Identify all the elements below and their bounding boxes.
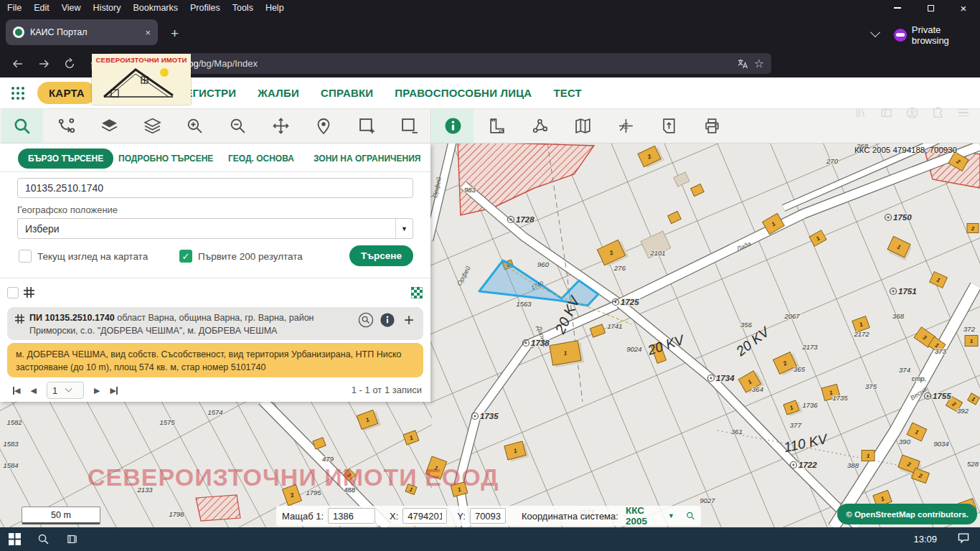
extensions-icon[interactable] [928,103,947,122]
parcel-number: 1584 [3,461,18,469]
tool-route[interactable] [49,109,83,143]
minimize-button[interactable] [881,0,914,16]
tool-info[interactable] [432,109,473,143]
pager-first-button[interactable]: ◀ [13,386,20,395]
taskbar-search-icon[interactable] [29,527,57,551]
tab-detailed-search[interactable]: ПОДРОБНО ТЪРСЕНЕ [118,154,213,164]
parcel-number: 2172 [853,330,870,338]
menu-profiles[interactable]: Profiles [190,3,220,13]
toolbar-divider [430,109,431,143]
tool-zoom-out[interactable] [220,109,255,143]
tool-map-sheets[interactable] [565,109,600,143]
nav-item-licensed-persons[interactable]: ПРАВОСПОСОБНИ ЛИЦА [395,87,532,99]
nav-item-test[interactable]: ТЕСТ [553,87,582,99]
browser-tab[interactable]: КАИС Портал × [6,19,158,45]
url-bar[interactable]: kais.cadastre.bg/bg/Map/Index ☆ [108,53,771,74]
notification-icon[interactable] [957,532,970,547]
zoom-to-results-icon[interactable] [411,287,423,298]
menu-view[interactable]: View [62,3,81,13]
task-view-icon[interactable] [57,527,86,551]
pager-prev-button[interactable]: ◀ [30,386,36,395]
tool-print[interactable] [694,109,729,143]
back-button[interactable] [9,55,27,73]
location-pin-icon [315,118,332,135]
tool-area-measure[interactable] [522,109,557,143]
result-detail-highlight: м. ДОБРЕВА ЧЕШМА, вид собств. Съсобствен… [7,343,423,377]
pager-next-button[interactable]: ▶ [94,386,100,395]
tool-pan[interactable] [263,109,298,143]
account-icon[interactable] [903,103,921,122]
parcel-number: 9034 [933,440,948,448]
checkbox-current-view[interactable] [19,250,32,263]
clock[interactable]: 13:09 [913,534,937,545]
chevron-down-icon[interactable]: ▼ [668,512,674,519]
tab-list-chevron-icon[interactable] [870,27,880,37]
tool-export[interactable] [651,109,686,143]
parcel-number: 364 [752,385,763,393]
menu-help[interactable]: Help [265,3,284,13]
bookmark-star-icon[interactable]: ☆ [754,57,764,70]
crs-value[interactable]: ККС 2005 [626,505,654,527]
y-input[interactable] [470,508,506,524]
menu-history[interactable]: History [93,3,121,13]
nav-item-references[interactable]: СПРАВКИ [321,87,373,99]
parcel-number: 1575 [159,418,175,426]
tool-coordinates[interactable] [608,109,643,143]
app-menu-icon[interactable] [954,103,973,122]
result-add-button[interactable]: + [400,311,418,329]
checkbox-first-200[interactable]: ✓ [179,250,192,263]
chevron-down-icon[interactable]: ▼ [395,219,413,238]
pan-icon [272,117,290,135]
ruler-icon [488,117,506,135]
result-zoom-button[interactable] [357,311,374,329]
sidebar-icon[interactable] [877,103,895,122]
tool-base-layers[interactable] [92,109,126,143]
search-button[interactable]: Търсене [349,245,413,266]
tab-restriction-zones[interactable]: ЗОНИ НА ОГРАНИЧЕНИЯ [314,154,420,164]
menu-file[interactable]: File [7,3,22,13]
start-button[interactable] [0,527,29,551]
parcel-number: 374 [899,366,910,374]
reload-button[interactable] [60,55,79,73]
tool-layers[interactable] [135,109,169,143]
status-search-icon[interactable] [686,509,695,523]
browser-menubar: File Edit View History Bookmarks Profile… [0,0,980,16]
tool-zoom-in[interactable] [177,109,212,143]
tool-measure[interactable] [479,109,514,143]
apps-grid-icon[interactable] [10,85,26,101]
x-input[interactable] [402,508,447,524]
map-toolbar [0,109,980,143]
search-input[interactable] [17,178,413,198]
scale-input[interactable] [328,508,375,524]
menu-edit[interactable]: Edit [34,3,50,13]
url-text: kais.cadastre.bg/bg/Map/Index [131,58,731,69]
parcel-number: 390 [899,438,911,446]
tool-locate[interactable] [306,109,341,143]
result-row[interactable]: ПИ 10135.2510.1740 област Варна, община … [7,307,423,340]
pager-last-button[interactable]: ▶ [110,386,117,395]
geo-position-select[interactable]: Избери ▼ [17,218,413,239]
translate-icon[interactable] [737,58,748,70]
select-all-checkbox[interactable] [7,287,19,298]
tab-quick-search[interactable]: БЪРЗО ТЪРСЕНЕ [18,149,113,169]
menu-bookmarks[interactable]: Bookmarks [133,3,178,13]
forward-button[interactable] [34,55,53,73]
menu-tools[interactable]: Tools [232,3,253,13]
nav-item-map[interactable]: КАРТА [37,82,96,104]
new-tab-button[interactable]: + [171,26,179,42]
map-marker: 1728 [508,215,535,224]
close-button[interactable]: × [947,0,980,16]
library-icon[interactable] [851,103,870,122]
tool-search[interactable] [1,109,43,143]
osm-attribution[interactable]: © OpenStreetMap contributors. [837,504,977,524]
tool-select-add[interactable] [349,109,384,143]
tool-select-remove[interactable] [392,109,426,143]
map-marker: 1725 [613,298,640,306]
result-info-button[interactable] [379,311,396,329]
nav-item-complaints[interactable]: ЖАЛБИ [258,87,299,99]
parcel-number: 960 [537,260,550,268]
page-select[interactable]: 1 [47,382,84,399]
tab-close-icon[interactable]: × [145,27,151,38]
restore-button[interactable] [914,0,947,16]
tab-geodetic-base[interactable]: ГЕОД. ОСНОВА [228,154,294,164]
